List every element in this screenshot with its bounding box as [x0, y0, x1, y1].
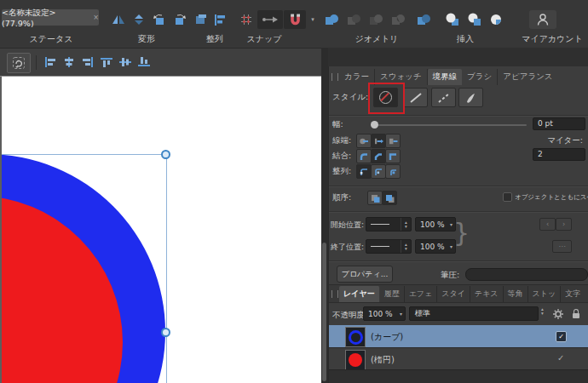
- snap-options-dropdown[interactable]: ▾: [308, 10, 318, 29]
- layer-thumbnail-ellipse[interactable]: [345, 350, 366, 370]
- stroke-style-dashed-button[interactable]: [431, 88, 456, 107]
- stroke-style-solid-button[interactable]: [403, 88, 428, 107]
- boolean-xor-icon: [390, 13, 406, 26]
- selection-handle-right-middle[interactable]: [161, 328, 170, 337]
- rotate-cw-button[interactable]: [170, 10, 190, 29]
- my-account-button[interactable]: [529, 10, 556, 29]
- transform-extra-button[interactable]: [190, 10, 210, 29]
- divider: [329, 211, 588, 212]
- blend-mode-value: 標準: [415, 308, 430, 319]
- toolbar-group-label-snap: スナップ: [237, 33, 291, 45]
- flip-vertical-button[interactable]: [129, 10, 149, 29]
- end-pressure-profile-select[interactable]: ▴▾: [366, 239, 412, 254]
- tab-character[interactable]: 文字: [561, 286, 585, 302]
- geometry-divide-button[interactable]: [413, 10, 434, 29]
- stroke-align-outside-button[interactable]: [385, 164, 401, 179]
- rotate-ccw-button[interactable]: [149, 10, 170, 29]
- join-miter-button[interactable]: [385, 149, 401, 163]
- start-percent-select[interactable]: 100 % ▾: [415, 217, 456, 232]
- layer-thumbnail-curve[interactable]: [345, 327, 366, 347]
- close-icon[interactable]: ×: [93, 14, 99, 21]
- width-slider-track[interactable]: [373, 124, 527, 126]
- cap-round-button[interactable]: [356, 134, 372, 148]
- tab-appearance[interactable]: アピアランス: [498, 69, 557, 85]
- geometry-xor-button[interactable]: [388, 10, 408, 29]
- tab-stock[interactable]: ストッ: [528, 286, 562, 302]
- document-tab[interactable]: <名称未設定> (77.9%) ×: [2, 9, 99, 26]
- geometry-subtract-button[interactable]: [343, 10, 364, 29]
- panel-drag-grip[interactable]: [331, 73, 338, 81]
- end-percent-select[interactable]: 100 % ▾: [415, 239, 456, 254]
- move-by-whole-pixels-button[interactable]: [257, 10, 283, 29]
- width-slider-knob[interactable]: [371, 121, 378, 129]
- order-front-button[interactable]: [382, 191, 397, 205]
- cap-square-button[interactable]: [385, 134, 401, 148]
- profile-swap-button[interactable]: ⋯: [552, 240, 572, 253]
- scale-with-object-checkbox[interactable]: [503, 192, 512, 202]
- tab-text[interactable]: テキス: [470, 286, 504, 302]
- toolbar-group-label-insert: 挿入: [447, 33, 483, 45]
- align-left-button[interactable]: [41, 53, 59, 71]
- stepper-icon[interactable]: ▴▾: [401, 240, 411, 253]
- flip-horizontal-button[interactable]: [108, 10, 129, 29]
- layer-row-ellipse[interactable]: (楕円) ✓: [329, 347, 588, 370]
- stroke-style-brush-button[interactable]: [458, 88, 483, 107]
- align-middle-v-button[interactable]: [116, 53, 134, 71]
- vertical-scrollbar[interactable]: [322, 243, 326, 381]
- tab-effects[interactable]: エフェ: [405, 286, 438, 302]
- selection-handle-top-right[interactable]: [161, 150, 170, 159]
- pressure-profile-field[interactable]: [465, 268, 588, 281]
- stroke-align-inside-button[interactable]: [371, 164, 386, 179]
- blend-options-button[interactable]: [552, 307, 564, 323]
- tab-stroke[interactable]: 境界線: [428, 69, 463, 85]
- tab-isometric[interactable]: 等角: [504, 286, 528, 302]
- geometry-intersect-button[interactable]: [366, 10, 386, 29]
- join-round-button[interactable]: [356, 149, 372, 163]
- stroke-align-center-button[interactable]: [356, 164, 372, 179]
- tab-history[interactable]: 履歴: [380, 286, 405, 302]
- alignment-button[interactable]: [210, 10, 230, 29]
- layer-visibility-checkbox[interactable]: ✓: [556, 331, 567, 342]
- blend-mode-select[interactable]: 標準: [409, 306, 539, 321]
- blend-stepper-icon[interactable]: ▴▾: [541, 307, 544, 315]
- opacity-select[interactable]: 100 % ▾: [363, 306, 406, 321]
- stepper-icon[interactable]: ▴▾: [401, 218, 411, 231]
- snapping-toggle-button[interactable]: [284, 10, 306, 29]
- chevron-down-icon: ▾: [450, 221, 453, 227]
- start-pressure-profile-select[interactable]: ▴▾: [366, 217, 412, 232]
- no-stroke-icon: [379, 91, 392, 104]
- profile-next-button[interactable]: ›: [556, 218, 572, 231]
- properties-button[interactable]: プロパティ...: [337, 266, 393, 283]
- tab-swatches[interactable]: スウォッチ: [375, 69, 428, 85]
- profile-prev-button[interactable]: ‹: [539, 218, 556, 231]
- tab-brush[interactable]: ブラシ: [462, 69, 498, 85]
- cycle-selection-box-button[interactable]: [7, 53, 31, 73]
- lock-icon[interactable]: [571, 308, 581, 319]
- insert-inside-button[interactable]: [487, 10, 507, 29]
- layer-row-curve[interactable]: (カーブ) ✓: [329, 325, 588, 347]
- miter-value-field[interactable]: 2: [533, 148, 585, 161]
- pixel-grid-button[interactable]: [236, 10, 257, 29]
- align-bottom-button[interactable]: [135, 53, 153, 71]
- order-behind-button[interactable]: [367, 191, 383, 205]
- document-canvas[interactable]: [0, 77, 323, 383]
- align-top-button[interactable]: [97, 53, 115, 71]
- geometry-add-button[interactable]: [321, 10, 342, 29]
- start-position-label: 開始位置:: [331, 220, 364, 231]
- layer-visibility-check[interactable]: ✓: [557, 353, 564, 363]
- tab-layers[interactable]: レイヤー: [339, 286, 380, 302]
- insert-ontop-button[interactable]: [464, 10, 485, 29]
- stroke-style-none-button[interactable]: [373, 88, 398, 107]
- align-right-button[interactable]: [78, 53, 96, 71]
- panel-drag-grip[interactable]: [331, 290, 338, 298]
- person-icon: [536, 13, 550, 26]
- align-center-h-button[interactable]: [60, 53, 78, 71]
- opacity-value: 100 %: [368, 310, 393, 318]
- join-bevel-button[interactable]: [371, 149, 386, 163]
- insert-behind-button[interactable]: [442, 10, 463, 29]
- width-value-field[interactable]: 0 pt: [533, 117, 585, 130]
- cap-butt-button[interactable]: [371, 134, 386, 148]
- tab-styles[interactable]: スタイ: [437, 286, 470, 302]
- tab-color[interactable]: カラー: [339, 69, 375, 85]
- stroke-inside-icon: [373, 167, 383, 177]
